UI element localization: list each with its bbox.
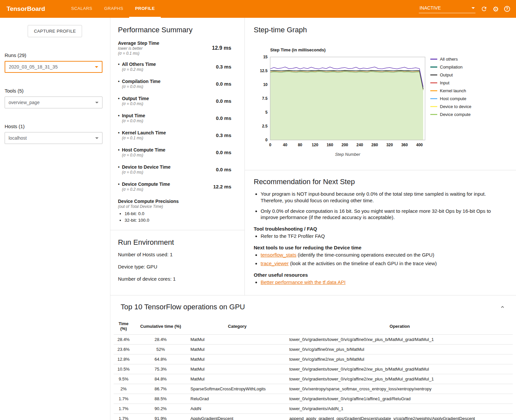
hosts-label: Hosts (1) [5,124,110,129]
time-cell: 28.4% [114,335,133,345]
resource-link-item: Better performance with the tf.data API [261,279,503,286]
cumulative-cell: 91.9% [133,414,188,420]
svg-text:5: 5 [265,110,268,115]
gear-glyph: ⚙ [493,6,499,13]
svg-text:12.5: 12.5 [260,69,268,73]
legend-item: Output [430,72,471,77]
tool-link-description: (look at the activities on the timeline … [289,261,437,266]
legend-label: Kernel launch [440,88,466,93]
operation-cell: tower_0/v/cg/affine2/xw_plus_b/MatMul [287,354,513,364]
chevron-down-icon [95,102,99,103]
svg-text:0: 0 [269,143,272,147]
svg-text:7.5: 7.5 [262,96,268,101]
tab-graphs[interactable]: GRAPHS [98,0,129,18]
category-cell: MatMul [188,354,287,364]
time-cell: 2% [114,384,133,394]
settings-gear-icon[interactable]: ⚙ [493,6,499,13]
capture-status-dropdown[interactable]: INACTIVE [419,5,475,13]
metric-value: 12.2 ms [213,184,231,189]
faq-heading: Tool troubleshooting / FAQ [254,226,503,232]
metric-sigma: (σ = 0.0 ms) [122,119,145,124]
precision-item: 32-bit: 100.0 [125,218,231,223]
run-env-line: Device type: GPU [118,264,231,269]
metric-sigma: (σ = 0.1 ms) [118,51,159,56]
tool-link-item: tensorflow_stats (identify the time-cons… [261,252,503,258]
device-compute-precisions: Device Compute Precisions (out of Total … [118,198,231,223]
legend-swatch [430,106,437,107]
top-ops-table: Time (%) Cumulative time (%) Category Op… [114,319,513,420]
metric-label: Output Time [122,96,149,101]
precision-item: 16-bit: 0.0 [125,211,231,216]
svg-text:200: 200 [341,143,348,147]
runs-dropdown[interactable]: 2020_03_05_18_31_35 [5,61,102,73]
tab-profile[interactable]: PROFILE [129,0,161,18]
hosts-dropdown-value: localhost [9,135,27,141]
top-ops-section: Top 10 TensorFlow operations on GPU Time… [110,295,516,420]
resources-heading: Other useful resources [254,272,503,278]
chevron-down-icon [95,66,98,68]
legend-swatch [430,74,437,75]
metric-value: 0.0 ms [216,167,231,172]
metric-value: 0.0 ms [216,81,231,87]
svg-text:0: 0 [265,138,268,142]
time-cell: 1.7% [114,414,133,420]
cumulative-cell: 64.8% [133,354,188,364]
legend-label: Host compute [440,96,466,101]
metric-value: 0.0 ms [216,150,231,155]
table-row: 28.4%28.4%MatMultower_0/v/gradients/towe… [114,335,513,345]
trace-viewer-link[interactable]: trace_viewer [261,261,289,266]
next-tools-heading: Next tools to use for reducing the Devic… [254,245,503,250]
legend-item: Kernel launch [430,88,471,93]
cumulative-cell: 52% [133,345,188,354]
metric-value: 0.3 ms [216,64,231,70]
legend-label: Device to device [440,104,471,109]
tensorflow-stats-link[interactable]: tensorflow_stats [261,252,296,258]
metric-label: Device to Device Time [122,164,171,170]
svg-text:15: 15 [263,55,268,59]
tools-label: Tools (5) [5,88,110,94]
operation-cell: tower_0/v/gradients/tower_0/v/cg/affine2… [287,364,513,374]
time-cell: 10.5% [114,364,133,374]
col-header-cumulative: Cumulative time (%) [133,319,188,335]
metric-label: Host Compute Time [122,147,165,153]
step-time-graph-section: Step-time Graph Step Time (in millisecon… [245,18,516,170]
run-env-line: Number of Hosts used: 1 [118,252,231,257]
sidebar: CAPTURE PROFILE Runs (29) 2020_03_05_18_… [0,18,110,420]
legend-item: Compilation [430,65,471,70]
step-time-graph-title: Step-time Graph [254,26,516,34]
metric-label: Kernel Launch Time [122,130,166,136]
help-icon[interactable]: ? [504,6,510,12]
category-cell: MatMul [188,335,287,345]
refresh-icon-svg [481,6,487,12]
legend-item: All others [430,57,471,62]
metric-label: Average Step Time [118,40,159,46]
metric-sigma: (σ = 0.0 ms) [122,170,171,175]
metric-label: Input Time [122,113,145,119]
precisions-title: Device Compute Precisions [118,198,231,204]
category-cell: ApplyGradientDescent [188,414,287,420]
metric-label: All Others Time [122,61,156,67]
svg-text:40: 40 [283,143,288,147]
tfdata-api-link[interactable]: Better performance with the tf.data API [261,279,346,285]
chart-legend: All othersCompilationOutputInputKernel l… [430,47,471,157]
tab-scalars[interactable]: SCALARS [65,0,98,18]
time-cell: 1.7% [114,404,133,414]
col-header-category: Category [188,319,287,335]
tools-dropdown[interactable]: overview_page [5,97,102,108]
refresh-icon[interactable] [481,6,487,12]
performance-summary-column: Performance Summary Average Step Time lo… [110,18,245,295]
capture-profile-button[interactable]: CAPTURE PROFILE [28,25,82,37]
collapse-chevron-icon[interactable] [500,304,505,310]
table-row: 1.7%88.5%ReluGradtower_0/v/gradients/tow… [114,394,513,404]
col-header-operation: Operation [287,319,513,335]
metric-note: lower is better [118,46,159,51]
hosts-dropdown[interactable]: localhost [5,132,102,144]
bullet-icon: • [118,113,120,119]
metric-row: •Kernel Launch Time(σ = 0.1 ms)0.3 ms [118,130,231,141]
tool-link-item: trace_viewer (look at the activities on … [261,260,503,267]
time-cell: 23.6% [114,345,133,354]
metric-sigma: (σ = 0.0 ms) [122,153,165,158]
metric-value: 0.0 ms [216,98,231,104]
bullet-icon: • [118,96,120,101]
recommendation-bullet: Your program is NOT input-bound because … [261,191,503,204]
